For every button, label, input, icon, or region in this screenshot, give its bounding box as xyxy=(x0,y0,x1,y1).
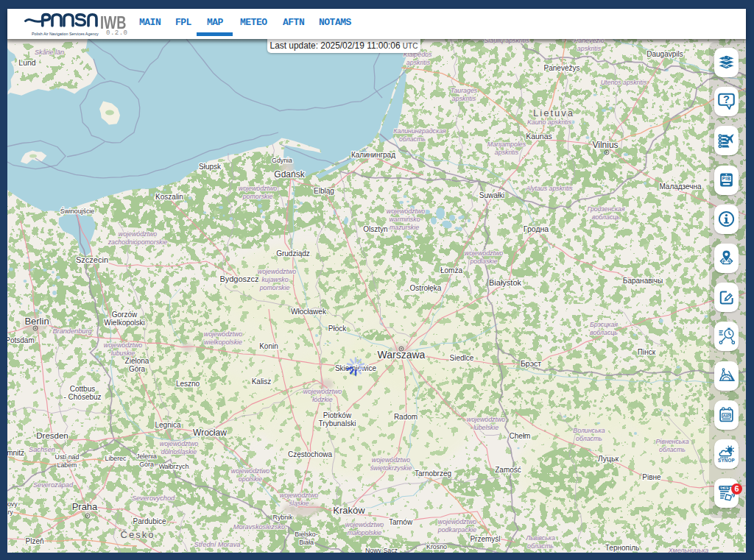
svg-text:Jelenia: Jelenia xyxy=(136,453,157,460)
svg-text:województwo: województwo xyxy=(467,416,505,423)
svg-text:Koszalin: Koszalin xyxy=(155,193,183,201)
svg-text:Góra: Góra xyxy=(139,461,154,468)
svg-text:Sachsen: Sachsen xyxy=(29,446,55,453)
svg-text:Alytaus apskritis: Alytaus apskritis xyxy=(525,185,573,192)
svg-text:PIB: PIB xyxy=(722,177,731,182)
svg-text:- Chósebuz: - Chósebuz xyxy=(63,393,101,401)
svg-text:województwo: województwo xyxy=(303,388,342,395)
svg-text:Włocławek: Włocławek xyxy=(291,308,327,316)
svg-text:Utenos apskritis: Utenos apskritis xyxy=(601,79,647,86)
svg-text:apskritis: apskritis xyxy=(452,95,476,102)
svg-text:świętokrzyskie: świętokrzyskie xyxy=(370,464,412,472)
svg-text:Pardubice: Pardubice xyxy=(133,517,166,525)
svg-text:Świnoujście: Świnoujście xyxy=(60,207,95,215)
svg-text:Gdynia: Gdynia xyxy=(272,157,292,164)
svg-text:Góra: Góra xyxy=(129,365,146,373)
svg-text:Zamość: Zamość xyxy=(495,466,521,474)
svg-text:Moravskoslezsko: Moravskoslezsko xyxy=(233,523,285,531)
svg-text:Česko: Česko xyxy=(121,529,155,540)
svg-text:Legnica: Legnica xyxy=(155,421,180,429)
svg-text:województwo: województwo xyxy=(258,268,296,275)
svg-text:województwo: województwo xyxy=(104,341,142,349)
svg-text:Cottbus: Cottbus xyxy=(70,385,95,393)
svg-text:Berlin: Berlin xyxy=(24,316,49,327)
svg-text:Łomża: Łomża xyxy=(440,266,462,274)
svg-text:Bielsko-: Bielsko- xyxy=(295,531,317,538)
svg-text:województwo: województwo xyxy=(204,330,242,338)
svg-text:apskritis: apskritis xyxy=(495,149,519,156)
svg-text:lubelskie: lubelskie xyxy=(473,424,498,431)
svg-text:Wielkopolski: Wielkopolski xyxy=(104,319,145,327)
svg-text:Волинська: Волинська xyxy=(573,427,605,434)
svg-text:Chemnitz: Chemnitz xyxy=(7,449,24,457)
svg-text:область: область xyxy=(659,446,686,453)
svg-text:Grudziądz: Grudziądz xyxy=(276,249,310,258)
svg-text:Vary: Vary xyxy=(7,508,13,516)
svg-text:Częstochowa: Częstochowa xyxy=(288,450,332,458)
svg-text:Пінск: Пінск xyxy=(638,348,656,356)
svg-text:Biała: Biała xyxy=(299,539,314,546)
svg-text:Lund: Lund xyxy=(18,58,36,67)
svg-text:województwo: województwo xyxy=(387,208,425,215)
svg-text:Olsztyn: Olsztyn xyxy=(363,225,387,233)
svg-text:Tauragės: Tauragės xyxy=(451,87,478,94)
svg-text:область: область xyxy=(576,435,602,442)
svg-text:apskritis: apskritis xyxy=(577,45,602,52)
svg-text:Białystok: Białystok xyxy=(489,278,522,287)
svg-text:Рівненська: Рівненська xyxy=(655,438,688,445)
svg-text:Daugavpils: Daugavpils xyxy=(646,50,683,58)
svg-text:Калининград: Калининград xyxy=(351,151,395,159)
svg-text:вобласць: вобласць xyxy=(592,213,620,221)
svg-text:województwo: województwo xyxy=(438,518,476,525)
svg-text:Lietuva: Lietuva xyxy=(533,107,574,118)
svg-text:Elbląg: Elbląg xyxy=(314,187,334,195)
svg-text:Gorzów: Gorzów xyxy=(112,311,138,319)
svg-text:Луцьк: Луцьк xyxy=(598,454,619,463)
svg-text:Маладзечна: Маладзечна xyxy=(659,182,702,191)
svg-text:Гродна: Гродна xyxy=(524,224,549,233)
svg-text:Plzeň: Plzeň xyxy=(25,537,43,545)
svg-text:область: область xyxy=(399,135,426,143)
svg-text:Brandenburg: Brandenburg xyxy=(52,327,92,335)
svg-text:Szczecin: Szczecin xyxy=(76,255,108,264)
svg-text:Kalisz: Kalisz xyxy=(252,378,272,386)
svg-text:NEWS: NEWS xyxy=(719,486,730,490)
svg-text:Wałbrzych: Wałbrzych xyxy=(159,463,189,470)
svg-text:Брэст: Брэст xyxy=(521,359,541,368)
svg-text:Vilnius: Vilnius xyxy=(592,140,618,150)
svg-text:Nowy Sącz: Nowy Sącz xyxy=(365,547,398,553)
svg-text:Marijampolės: Marijampolės xyxy=(487,141,526,148)
svg-text:Гродзенская: Гродзенская xyxy=(588,205,625,213)
svg-text:kujawsko-: kujawsko- xyxy=(261,276,290,283)
svg-text:województwo: województwo xyxy=(280,492,318,499)
svg-text:pomorskie: pomorskie xyxy=(242,193,273,200)
svg-text:województwo: województwo xyxy=(119,230,157,238)
svg-text:Konin: Konin xyxy=(259,342,278,350)
svg-text:Siedlce: Siedlce xyxy=(450,354,474,362)
svg-text:Хмельницька: Хмельницька xyxy=(668,547,709,553)
svg-text:Баранавічы: Баранавічы xyxy=(623,277,663,285)
svg-text:Płock: Płock xyxy=(328,325,347,333)
svg-text:Suwałki: Suwałki xyxy=(479,191,504,199)
svg-text:Dresden: Dresden xyxy=(36,431,68,440)
svg-text:SYNOP: SYNOP xyxy=(718,458,735,462)
svg-text:область: область xyxy=(527,542,554,550)
svg-text:Piotrków: Piotrków xyxy=(323,411,352,419)
svg-text:województwo: województwo xyxy=(231,467,269,475)
svg-text:opolskie: opolskie xyxy=(239,475,262,483)
svg-text:Тернопіль: Тернопіль xyxy=(605,544,639,552)
svg-text:Rybnik: Rybnik xyxy=(273,514,293,521)
svg-text:województwo: województwo xyxy=(160,440,198,447)
svg-text:Gdańsk: Gdańsk xyxy=(274,169,305,180)
svg-text:Słupsk: Słupsk xyxy=(199,163,222,171)
svg-text:Střední Morava: Střední Morava xyxy=(194,541,241,548)
svg-text:śląskie: śląskie xyxy=(289,500,309,507)
svg-text:mazurskie: mazurskie xyxy=(390,224,419,231)
svg-text:Panevėžio: Panevėžio xyxy=(574,39,604,44)
svg-text:Рівне: Рівне xyxy=(642,473,661,481)
svg-text:dolnośląskie: dolnośląskie xyxy=(161,448,197,456)
svg-text:województwo: województwo xyxy=(372,456,410,464)
svg-text:Krosno: Krosno xyxy=(426,543,447,550)
svg-text:Labem: Labem xyxy=(57,461,77,469)
svg-text:Ostrołęka: Ostrołęka xyxy=(410,284,442,292)
